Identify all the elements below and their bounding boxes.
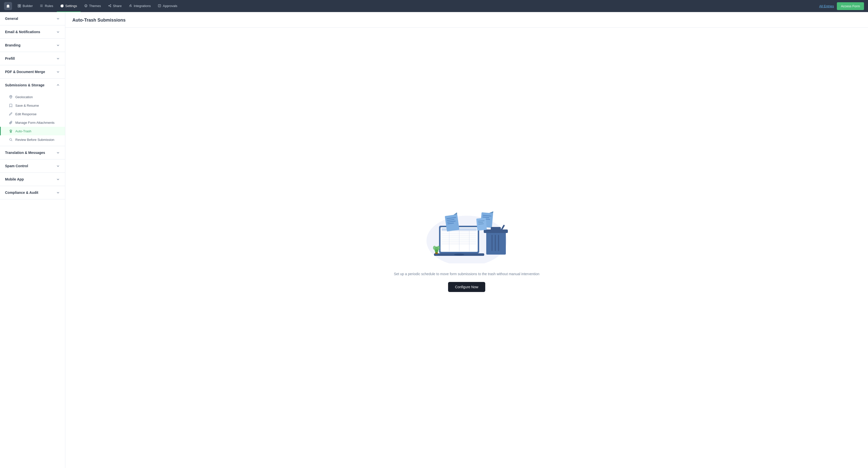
svg-point-11: [108, 5, 109, 6]
svg-point-9: [86, 5, 87, 6]
sidebar-translation-header[interactable]: Translation & Messages: [0, 146, 65, 159]
sidebar-section-email: Email & Notifications: [0, 25, 65, 39]
configure-now-button[interactable]: Configure Now: [448, 282, 486, 292]
svg-rect-55: [495, 235, 496, 251]
auto-trash-illustration: [419, 203, 515, 264]
home-button[interactable]: [4, 2, 12, 10]
svg-point-20: [9, 138, 11, 141]
main-content: Auto-Trash Submissions: [65, 12, 868, 468]
svg-rect-0: [18, 4, 19, 5]
sidebar-section-prefill: Prefill: [0, 52, 65, 65]
svg-rect-53: [491, 227, 501, 230]
svg-line-13: [109, 5, 110, 5]
sidebar-section-general: General: [0, 12, 65, 25]
sidebar-item-save-resume[interactable]: Save & Resume: [0, 101, 65, 110]
svg-point-37: [454, 254, 464, 256]
nav-themes[interactable]: Themes: [81, 0, 104, 12]
sidebar-section-spam: Spam Control: [0, 159, 65, 173]
svg-point-12: [110, 6, 111, 7]
main-layout: General Email & Notifications Branding P…: [0, 12, 868, 468]
nav-approvals[interactable]: Approvals: [154, 0, 181, 12]
svg-rect-56: [498, 235, 499, 251]
nav-rules[interactable]: Rules: [36, 0, 57, 12]
sidebar-section-submissions: Submissions & Storage Geolocation Save &…: [0, 79, 65, 146]
svg-rect-52: [484, 229, 508, 233]
svg-rect-2: [18, 6, 19, 7]
sidebar-prefill-header[interactable]: Prefill: [0, 52, 65, 65]
sidebar-section-branding: Branding: [0, 39, 65, 52]
sidebar-pdf-header[interactable]: PDF & Document Merge: [0, 65, 65, 78]
svg-point-40: [433, 246, 436, 250]
svg-point-10: [110, 4, 111, 5]
svg-rect-54: [492, 235, 493, 251]
nav-settings[interactable]: Settings: [57, 0, 81, 12]
sidebar-submissions-header[interactable]: Submissions & Storage: [0, 79, 65, 92]
sidebar-compliance-header[interactable]: Compliance & Audit: [0, 186, 65, 199]
top-nav: Builder Rules Settings Themes Share Inte…: [0, 0, 868, 12]
svg-rect-51: [486, 232, 506, 255]
svg-line-21: [11, 140, 12, 141]
nav-integrations[interactable]: Integrations: [125, 0, 154, 12]
sidebar-section-mobile: Mobile App: [0, 173, 65, 186]
svg-rect-35: [469, 228, 469, 251]
all-entries-link[interactable]: All Entries: [819, 4, 834, 8]
sidebar-spam-header[interactable]: Spam Control: [0, 159, 65, 173]
content-body: Set up a periodic schedule to move form …: [65, 28, 868, 468]
svg-point-8: [85, 5, 86, 6]
svg-point-41: [437, 246, 440, 250]
nav-right: All Entries Access Form: [819, 2, 864, 10]
svg-rect-1: [20, 4, 21, 5]
sidebar-branding-header[interactable]: Branding: [0, 39, 65, 52]
sidebar-general-header[interactable]: General: [0, 12, 65, 25]
sidebar-section-pdf: PDF & Document Merge: [0, 65, 65, 79]
content-title: Auto-Trash Submissions: [65, 12, 868, 28]
sidebar-item-auto-trash[interactable]: Auto-Trash: [0, 127, 65, 135]
sidebar-item-review-submission[interactable]: Review Before Submission: [0, 135, 65, 144]
access-form-button[interactable]: Access Form: [837, 2, 864, 10]
sidebar-item-manage-attachments[interactable]: Manage Form Attachments: [0, 118, 65, 127]
sidebar-email-header[interactable]: Email & Notifications: [0, 25, 65, 38]
svg-rect-3: [20, 6, 21, 7]
sidebar-mobile-header[interactable]: Mobile App: [0, 173, 65, 186]
nav-builder[interactable]: Builder: [14, 0, 36, 12]
svg-point-16: [10, 96, 11, 97]
sidebar-submissions-subitems: Geolocation Save & Resume Edit Response …: [0, 92, 65, 146]
description-text: Set up a periodic schedule to move form …: [394, 272, 539, 276]
svg-rect-58: [476, 218, 487, 230]
nav-share[interactable]: Share: [104, 0, 125, 12]
svg-line-14: [109, 6, 110, 6]
sidebar-item-geolocation[interactable]: Geolocation: [0, 93, 65, 101]
sidebar-section-translation: Translation & Messages: [0, 146, 65, 159]
sidebar: General Email & Notifications Branding P…: [0, 12, 65, 468]
sidebar-section-compliance: Compliance & Audit: [0, 186, 65, 199]
nav-items: Builder Rules Settings Themes Share Inte…: [14, 0, 819, 12]
sidebar-item-edit-response[interactable]: Edit Response: [0, 110, 65, 118]
